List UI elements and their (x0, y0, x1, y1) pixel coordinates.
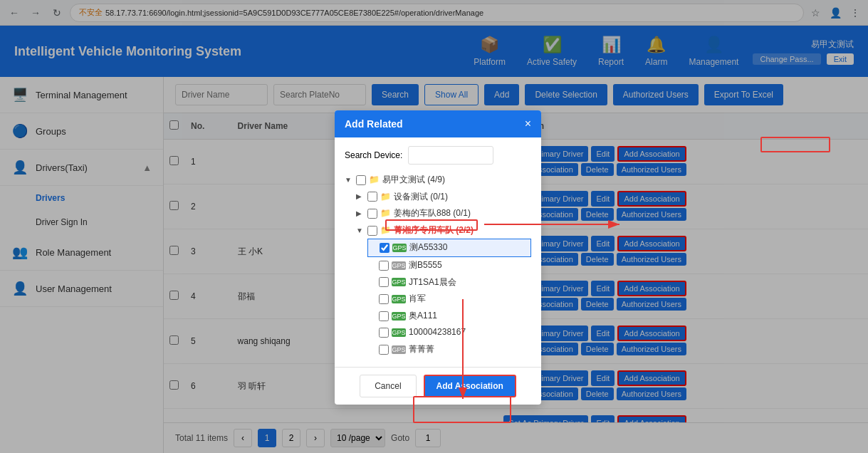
tree-node-jiangmei[interactable]: ▶ 📁 姜梅的车队888 (0/1) (356, 205, 531, 222)
device-tree: ▼ 📁 易甲文测试 (4/9) ▶ 📁 设备测试 (0/1) ▶ (345, 172, 531, 358)
jiangmei-folder-icon: 📁 (380, 206, 391, 222)
a111-label: 奥A111 (409, 308, 437, 324)
modal-footer: Cancel Add Association (335, 367, 541, 405)
tree-device-a55330[interactable]: GPS 测A55330 (367, 239, 531, 257)
add-association-button[interactable]: Add Association (424, 375, 516, 397)
shebei-expand-icon[interactable]: ▶ (356, 190, 365, 203)
tree-node-jingxiang[interactable]: ▼ 📁 菁湘序专用车队 (2/2) (356, 222, 531, 239)
root-label: 易甲文测试 (4/9) (382, 172, 445, 188)
folder-icon: 📁 (369, 172, 380, 188)
jt1sa1-device-icon: GPS (392, 278, 406, 286)
jt1sa1-checkbox[interactable] (379, 277, 389, 287)
a55330-device-icon: GPS (392, 244, 407, 252)
tree-device-b5555[interactable]: GPS 测B5555 (367, 257, 531, 274)
shebei-checkbox[interactable] (367, 192, 377, 202)
jt1sa1-label: JT1SA1晨会 (409, 275, 456, 291)
shebei-folder-icon: 📁 (380, 189, 391, 205)
a111-checkbox[interactable] (379, 311, 389, 321)
jingxiang-checkbox[interactable] (367, 226, 377, 236)
xiaojun-label: 肖军 (409, 291, 426, 307)
search-device-row: Search Device: (345, 146, 531, 165)
jingx-label: 菁菁菁 (409, 342, 434, 358)
a111-device-icon: GPS (392, 312, 406, 321)
100004-label: 100004238167 (409, 325, 466, 340)
tree-device-a111[interactable]: GPS 奥A111 (367, 308, 531, 325)
tree-node-shebei[interactable]: ▶ 📁 设备测试 (0/1) (356, 189, 531, 206)
tree-root[interactable]: ▼ 📁 易甲文测试 (4/9) (345, 172, 531, 189)
modal-body: Search Device: ▼ 📁 易甲文测试 (4/9) ▶ (335, 137, 541, 367)
a55330-checkbox[interactable] (380, 243, 389, 253)
search-device-input[interactable] (408, 146, 493, 165)
100004-device-icon: GPS (392, 328, 406, 337)
cancel-button[interactable]: Cancel (360, 375, 416, 397)
shebei-label: 设备测试 (0/1) (394, 189, 448, 205)
search-device-label: Search Device: (345, 150, 402, 160)
add-related-modal: Add Related × Search Device: ▼ 📁 易甲文测试 (… (335, 110, 541, 405)
root-checkbox[interactable] (356, 175, 366, 185)
jingxiang-folder-icon: 📁 (380, 223, 391, 239)
tree-device-jt1sa1[interactable]: GPS JT1SA1晨会 (367, 274, 531, 291)
modal-header: Add Related × (335, 110, 541, 137)
jiangmei-expand-icon[interactable]: ▶ (356, 207, 365, 220)
modal-overlay: Add Related × Search Device: ▼ 📁 易甲文测试 (… (0, 0, 868, 453)
jingx-device-icon: GPS (392, 345, 406, 354)
modal-title: Add Related (345, 118, 403, 130)
jingxiang-expand-icon[interactable]: ▼ (356, 224, 365, 237)
root-children: ▶ 📁 设备测试 (0/1) ▶ 📁 姜梅的车队888 (0/1) (356, 189, 531, 358)
jingxiang-children: GPS 测A55330 GPS 测B5555 (367, 239, 531, 358)
xiaojun-device-icon: GPS (392, 295, 406, 303)
root-expand-icon[interactable]: ▼ (345, 174, 353, 187)
jingxiang-label: 菁湘序专用车队 (2/2) (394, 223, 474, 239)
jiangmei-label: 姜梅的车队888 (0/1) (394, 206, 471, 222)
100004-checkbox[interactable] (379, 328, 389, 338)
a55330-label: 测A55330 (409, 240, 447, 256)
modal-close-button[interactable]: × (525, 118, 531, 130)
b5555-label: 测B5555 (409, 258, 442, 274)
tree-device-xiaojun[interactable]: GPS 肖军 (367, 291, 531, 308)
tree-device-jingx[interactable]: GPS 菁菁菁 (367, 341, 531, 358)
b5555-device-icon: GPS (392, 261, 406, 270)
b5555-checkbox[interactable] (379, 261, 389, 271)
jiangmei-checkbox[interactable] (367, 209, 377, 219)
jingx-checkbox[interactable] (379, 345, 389, 355)
xiaojun-checkbox[interactable] (379, 294, 389, 304)
tree-device-100004[interactable]: GPS 100004238167 (367, 324, 531, 341)
